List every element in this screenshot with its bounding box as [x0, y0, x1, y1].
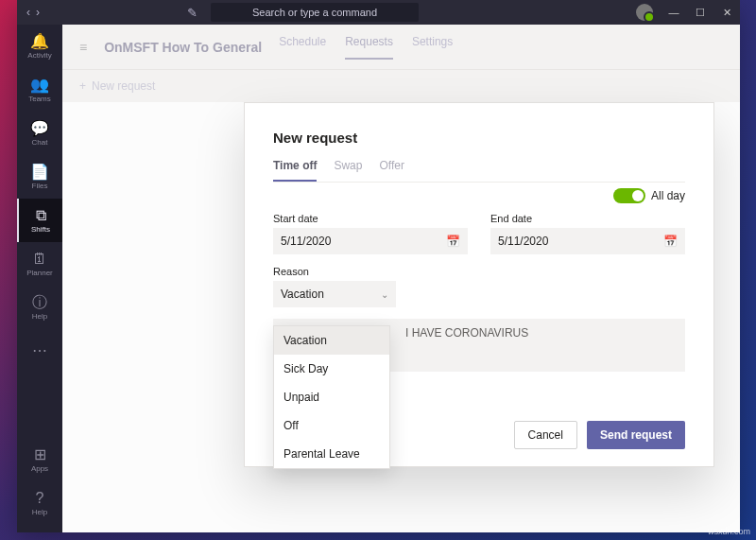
files-icon: 📄: [30, 165, 49, 180]
start-date-label: Start date: [273, 213, 468, 224]
minimize-button[interactable]: —: [661, 0, 687, 25]
sidebar-item-apps[interactable]: ⊞Apps: [17, 438, 62, 481]
sidebar-item-more[interactable]: ⋯: [17, 329, 62, 373]
main-area: New request Time off Swap Offer All day …: [62, 102, 740, 532]
sidebar-item-planner[interactable]: 🗓Planner: [17, 242, 62, 286]
cancel-button[interactable]: Cancel: [514, 421, 577, 449]
close-button[interactable]: ✕: [713, 0, 740, 25]
new-request-button[interactable]: New request: [92, 79, 155, 93]
planner-icon: 🗓: [32, 252, 47, 267]
tab-swap[interactable]: Swap: [334, 159, 362, 182]
tab-requests[interactable]: Requests: [345, 35, 393, 60]
page-title: OnMSFT How To General: [104, 40, 262, 55]
reason-dropdown: Vacation Sick Day Unpaid Off Parental Le…: [273, 325, 390, 469]
tab-settings[interactable]: Settings: [412, 35, 453, 60]
page-tabs: Schedule Requests Settings: [279, 35, 453, 60]
sidebar-item-teams[interactable]: 👥Teams: [17, 68, 62, 112]
sidebar-item-shifts[interactable]: ⧉Shifts: [17, 199, 62, 242]
reason-option-unpaid[interactable]: Unpaid: [274, 383, 389, 411]
plus-icon: +: [79, 79, 86, 93]
sidebar-item-help-bottom[interactable]: ?Help: [17, 481, 62, 525]
tab-offer[interactable]: Offer: [379, 159, 404, 182]
sidebar-item-files[interactable]: 📄Files: [17, 155, 62, 199]
shifts-icon: ⧉: [36, 208, 46, 223]
tab-schedule[interactable]: Schedule: [279, 35, 326, 60]
content: ≡ OnMSFT How To General Schedule Request…: [62, 25, 740, 532]
titlebar: ‹ › ✎ Search or type a command — ☐ ✕: [17, 0, 740, 25]
chevron-down-icon: ⌄: [381, 289, 388, 300]
reason-select[interactable]: Vacation ⌄: [273, 281, 396, 307]
more-icon: ⋯: [32, 343, 47, 358]
sidebar-item-chat[interactable]: 💬Chat: [17, 112, 62, 155]
sidebar: 🔔Activity 👥Teams 💬Chat 📄Files ⧉Shifts 🗓P…: [17, 25, 62, 532]
reason-option-sickday[interactable]: Sick Day: [274, 355, 389, 383]
calendar-icon: 📅: [446, 235, 460, 248]
help-icon: ?: [36, 491, 44, 506]
command-bar: + New request: [62, 70, 740, 102]
hamburger-icon[interactable]: ≡: [79, 40, 87, 55]
new-request-modal: New request Time off Swap Offer All day …: [244, 102, 714, 467]
allday-toggle[interactable]: [613, 188, 645, 203]
end-date-input[interactable]: 5/11/2020 📅: [490, 228, 685, 254]
reason-option-vacation[interactable]: Vacation: [274, 326, 389, 355]
avatar[interactable]: [636, 4, 653, 21]
reason-label: Reason: [273, 266, 396, 277]
info-icon: ⓘ: [32, 295, 47, 310]
allday-row: All day: [273, 188, 685, 203]
app-body: 🔔Activity 👥Teams 💬Chat 📄Files ⧉Shifts 🗓P…: [17, 25, 740, 532]
app-window: ‹ › ✎ Search or type a command — ☐ ✕ 🔔Ac…: [17, 0, 740, 532]
compose-icon[interactable]: ✎: [181, 2, 203, 24]
sidebar-item-help[interactable]: ⓘHelp: [17, 286, 62, 329]
forward-button[interactable]: ›: [36, 6, 40, 19]
send-request-button[interactable]: Send request: [587, 421, 685, 449]
sidebar-item-activity[interactable]: 🔔Activity: [17, 25, 62, 68]
reason-option-off[interactable]: Off: [274, 411, 389, 440]
teams-icon: 👥: [30, 78, 49, 93]
back-button[interactable]: ‹: [26, 6, 30, 19]
chat-icon: 💬: [30, 121, 49, 136]
end-date-label: End date: [490, 213, 685, 224]
reason-option-parental[interactable]: Parental Leave: [274, 440, 389, 468]
calendar-icon: 📅: [663, 235, 678, 248]
start-date-input[interactable]: 5/11/2020 📅: [273, 228, 468, 254]
search-input[interactable]: Search or type a command: [211, 3, 419, 22]
watermark: wsxdn.com: [708, 527, 750, 536]
maximize-button[interactable]: ☐: [687, 0, 713, 25]
apps-icon: ⊞: [34, 447, 46, 462]
content-header: ≡ OnMSFT How To General Schedule Request…: [62, 25, 740, 70]
tab-timeoff[interactable]: Time off: [273, 159, 317, 182]
request-type-tabs: Time off Swap Offer: [273, 159, 685, 183]
bell-icon: 🔔: [30, 34, 49, 49]
allday-label: All day: [651, 189, 685, 202]
history-nav: ‹ ›: [17, 6, 49, 19]
modal-title: New request: [273, 130, 685, 146]
